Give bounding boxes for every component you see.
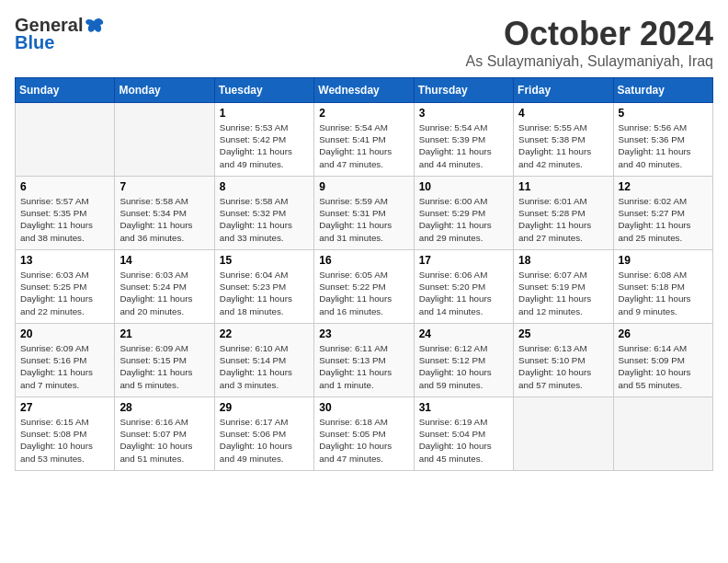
day-info: Sunrise: 6:01 AM Sunset: 5:28 PM Dayligh… [518, 195, 608, 244]
day-number: 24 [419, 327, 508, 340]
day-number: 31 [419, 401, 508, 414]
calendar-cell [514, 397, 613, 471]
day-info: Sunrise: 5:58 AM Sunset: 5:34 PM Dayligh… [119, 195, 209, 244]
calendar-week-row: 1Sunrise: 5:53 AM Sunset: 5:42 PM Daylig… [16, 103, 713, 177]
calendar-cell: 13Sunrise: 6:03 AM Sunset: 5:25 PM Dayli… [16, 250, 115, 324]
calendar-cell [16, 103, 115, 177]
calendar-cell: 10Sunrise: 6:00 AM Sunset: 5:29 PM Dayli… [414, 177, 513, 250]
day-info: Sunrise: 5:53 AM Sunset: 5:42 PM Dayligh… [220, 121, 309, 170]
calendar-cell: 3Sunrise: 5:54 AM Sunset: 5:39 PM Daylig… [414, 103, 513, 177]
day-info: Sunrise: 5:58 AM Sunset: 5:32 PM Dayligh… [220, 195, 309, 244]
day-number: 13 [20, 254, 109, 267]
title-area: October 2024 As Sulaymaniyah, Sulaymaniy… [466, 15, 713, 70]
day-number: 7 [119, 180, 209, 193]
col-header-friday: Friday [514, 78, 613, 103]
day-number: 1 [220, 107, 309, 120]
calendar-cell: 20Sunrise: 6:09 AM Sunset: 5:16 PM Dayli… [16, 324, 115, 397]
day-info: Sunrise: 6:08 AM Sunset: 5:18 PM Dayligh… [619, 269, 708, 317]
calendar-cell: 25Sunrise: 6:13 AM Sunset: 5:10 PM Dayli… [514, 324, 613, 397]
day-info: Sunrise: 6:02 AM Sunset: 5:27 PM Dayligh… [619, 195, 708, 244]
col-header-wednesday: Wednesday [314, 78, 414, 103]
day-info: Sunrise: 6:12 AM Sunset: 5:12 PM Dayligh… [419, 342, 508, 391]
calendar-cell: 4Sunrise: 5:55 AM Sunset: 5:38 PM Daylig… [514, 103, 613, 177]
page-header: General Blue October 2024 As Sulaymaniya… [15, 15, 713, 70]
calendar-cell: 2Sunrise: 5:54 AM Sunset: 5:41 PM Daylig… [314, 103, 414, 177]
calendar-cell: 21Sunrise: 6:09 AM Sunset: 5:15 PM Dayli… [115, 324, 214, 397]
col-header-monday: Monday [115, 78, 214, 103]
calendar-cell: 11Sunrise: 6:01 AM Sunset: 5:28 PM Dayli… [514, 177, 613, 250]
day-number: 3 [419, 107, 508, 120]
day-number: 10 [419, 180, 508, 193]
day-number: 16 [319, 254, 408, 267]
day-info: Sunrise: 5:54 AM Sunset: 5:39 PM Dayligh… [419, 121, 508, 170]
calendar-cell: 7Sunrise: 5:58 AM Sunset: 5:34 PM Daylig… [115, 177, 214, 250]
day-info: Sunrise: 5:59 AM Sunset: 5:31 PM Dayligh… [319, 195, 408, 244]
day-info: Sunrise: 6:09 AM Sunset: 5:16 PM Dayligh… [20, 342, 109, 391]
day-info: Sunrise: 6:15 AM Sunset: 5:08 PM Dayligh… [20, 416, 109, 465]
day-info: Sunrise: 6:00 AM Sunset: 5:29 PM Dayligh… [419, 195, 508, 244]
month-title: October 2024 [466, 15, 713, 53]
day-number: 12 [619, 180, 708, 193]
day-info: Sunrise: 5:55 AM Sunset: 5:38 PM Dayligh… [518, 121, 608, 170]
day-info: Sunrise: 6:11 AM Sunset: 5:13 PM Dayligh… [319, 342, 408, 391]
day-info: Sunrise: 6:03 AM Sunset: 5:24 PM Dayligh… [119, 269, 209, 317]
calendar-cell: 12Sunrise: 6:02 AM Sunset: 5:27 PM Dayli… [613, 177, 712, 250]
calendar-cell: 9Sunrise: 5:59 AM Sunset: 5:31 PM Daylig… [314, 177, 414, 250]
day-info: Sunrise: 6:05 AM Sunset: 5:22 PM Dayligh… [319, 269, 408, 317]
calendar-cell: 6Sunrise: 5:57 AM Sunset: 5:35 PM Daylig… [16, 177, 115, 250]
day-number: 19 [619, 254, 708, 267]
day-number: 22 [220, 327, 309, 340]
day-number: 8 [220, 180, 309, 193]
day-number: 2 [319, 107, 408, 120]
calendar-cell: 15Sunrise: 6:04 AM Sunset: 5:23 PM Dayli… [214, 250, 313, 324]
day-number: 11 [518, 180, 608, 193]
day-info: Sunrise: 6:10 AM Sunset: 5:14 PM Dayligh… [220, 342, 309, 391]
day-number: 17 [419, 254, 508, 267]
day-info: Sunrise: 6:03 AM Sunset: 5:25 PM Dayligh… [20, 269, 109, 317]
day-info: Sunrise: 6:17 AM Sunset: 5:06 PM Dayligh… [220, 416, 309, 465]
day-number: 14 [119, 254, 209, 267]
day-info: Sunrise: 6:09 AM Sunset: 5:15 PM Dayligh… [119, 342, 209, 391]
calendar-cell: 14Sunrise: 6:03 AM Sunset: 5:24 PM Dayli… [115, 250, 214, 324]
calendar-cell: 16Sunrise: 6:05 AM Sunset: 5:22 PM Dayli… [314, 250, 414, 324]
calendar-table: SundayMondayTuesdayWednesdayThursdayFrid… [15, 77, 713, 471]
day-number: 5 [619, 107, 708, 120]
calendar-cell [613, 397, 712, 471]
day-number: 30 [319, 401, 408, 414]
day-number: 15 [220, 254, 309, 267]
location-title: As Sulaymaniyah, Sulaymaniyah, Iraq [466, 53, 713, 70]
calendar-week-row: 6Sunrise: 5:57 AM Sunset: 5:35 PM Daylig… [16, 177, 713, 250]
calendar-cell: 26Sunrise: 6:14 AM Sunset: 5:09 PM Dayli… [613, 324, 712, 397]
day-number: 18 [518, 254, 608, 267]
col-header-saturday: Saturday [613, 78, 712, 103]
calendar-week-row: 13Sunrise: 6:03 AM Sunset: 5:25 PM Dayli… [16, 250, 713, 324]
day-info: Sunrise: 6:04 AM Sunset: 5:23 PM Dayligh… [220, 269, 309, 317]
col-header-thursday: Thursday [414, 78, 513, 103]
calendar-cell [115, 103, 214, 177]
calendar-header-row: SundayMondayTuesdayWednesdayThursdayFrid… [16, 78, 713, 103]
day-number: 21 [119, 327, 209, 340]
calendar-cell: 24Sunrise: 6:12 AM Sunset: 5:12 PM Dayli… [414, 324, 513, 397]
day-number: 25 [518, 327, 608, 340]
calendar-cell: 17Sunrise: 6:06 AM Sunset: 5:20 PM Dayli… [414, 250, 513, 324]
day-number: 27 [20, 401, 109, 414]
calendar-week-row: 27Sunrise: 6:15 AM Sunset: 5:08 PM Dayli… [16, 397, 713, 471]
day-number: 20 [20, 327, 109, 340]
day-info: Sunrise: 6:07 AM Sunset: 5:19 PM Dayligh… [518, 269, 608, 317]
calendar-cell: 1Sunrise: 5:53 AM Sunset: 5:42 PM Daylig… [214, 103, 313, 177]
day-number: 28 [119, 401, 209, 414]
calendar-cell: 18Sunrise: 6:07 AM Sunset: 5:19 PM Dayli… [514, 250, 613, 324]
day-number: 4 [518, 107, 608, 120]
day-info: Sunrise: 6:18 AM Sunset: 5:05 PM Dayligh… [319, 416, 408, 465]
day-info: Sunrise: 5:57 AM Sunset: 5:35 PM Dayligh… [20, 195, 109, 244]
day-number: 9 [319, 180, 408, 193]
day-info: Sunrise: 6:13 AM Sunset: 5:10 PM Dayligh… [518, 342, 608, 391]
day-number: 6 [20, 180, 109, 193]
day-info: Sunrise: 5:56 AM Sunset: 5:36 PM Dayligh… [619, 121, 708, 170]
logo-blue: Blue [15, 32, 54, 53]
day-number: 29 [220, 401, 309, 414]
col-header-sunday: Sunday [16, 78, 115, 103]
day-number: 23 [319, 327, 408, 340]
calendar-cell: 30Sunrise: 6:18 AM Sunset: 5:05 PM Dayli… [314, 397, 414, 471]
day-info: Sunrise: 6:14 AM Sunset: 5:09 PM Dayligh… [619, 342, 708, 391]
